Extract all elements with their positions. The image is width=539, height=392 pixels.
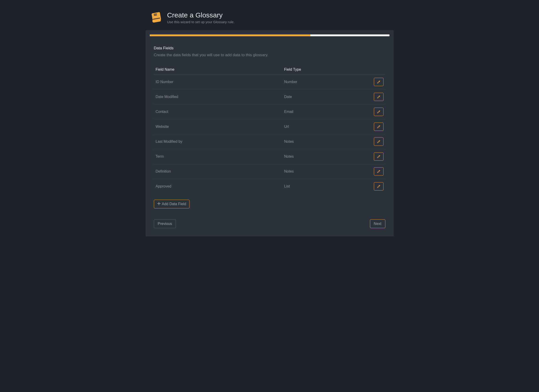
fields-table: Field Name Field Type ID NumberNumberDat…	[154, 65, 385, 194]
field-name-cell: Contact	[154, 104, 283, 119]
edit-icon	[377, 80, 380, 84]
page-title: Create a Glossary	[167, 11, 235, 19]
edit-icon	[377, 110, 380, 113]
plus-icon	[157, 202, 160, 206]
field-name-cell: Term	[154, 149, 283, 164]
field-type-cell: Notes	[282, 164, 369, 179]
col-header-name: Field Name	[154, 65, 283, 75]
edit-field-button[interactable]	[374, 182, 384, 190]
next-button[interactable]: Next	[370, 219, 385, 228]
edit-field-button[interactable]	[374, 123, 384, 131]
edit-icon	[377, 140, 380, 143]
edit-field-button[interactable]	[374, 108, 384, 116]
add-data-field-button[interactable]: Add Data Field	[154, 200, 190, 208]
wizard-header: Create a Glossary Use this wizard to set…	[146, 11, 394, 24]
table-row: ContactEmail	[154, 104, 385, 119]
edit-field-button[interactable]	[374, 78, 384, 86]
field-type-cell: Number	[282, 75, 369, 90]
edit-icon	[377, 125, 380, 128]
table-row: ApprovedList	[154, 179, 385, 194]
wizard-panel: Data Fields Create the data fields that …	[146, 30, 394, 236]
field-name-cell: Approved	[154, 179, 283, 194]
table-row: TermNotes	[154, 149, 385, 164]
col-header-type: Field Type	[282, 65, 369, 75]
field-name-cell: ID Number	[154, 75, 283, 90]
progress-track	[150, 34, 390, 36]
edit-field-button[interactable]	[374, 152, 384, 161]
field-name-cell: Date Modified	[154, 90, 283, 104]
col-header-actions	[369, 65, 385, 75]
progress-bar	[150, 34, 310, 36]
book-icon	[150, 11, 163, 24]
table-row: WebsiteUrl	[154, 119, 385, 134]
field-name-cell: Definition	[154, 164, 283, 179]
edit-icon	[377, 155, 380, 158]
edit-field-button[interactable]	[374, 137, 384, 146]
field-type-cell: Notes	[282, 134, 369, 149]
edit-icon	[377, 170, 380, 173]
field-type-cell: List	[282, 179, 369, 194]
add-data-field-label: Add Data Field	[162, 202, 186, 206]
field-name-cell: Last Modified by	[154, 134, 283, 149]
table-row: ID NumberNumber	[154, 75, 385, 90]
edit-field-button[interactable]	[374, 93, 384, 101]
previous-button[interactable]: Previous	[154, 219, 176, 228]
table-row: Last Modified byNotes	[154, 134, 385, 149]
section-title: Data Fields	[154, 46, 385, 51]
edit-icon	[377, 95, 380, 99]
section-subtitle: Create the data fields that you will use…	[154, 53, 385, 57]
table-row: DefinitionNotes	[154, 164, 385, 179]
edit-icon	[377, 184, 380, 188]
field-type-cell: Notes	[282, 149, 369, 164]
field-type-cell: Email	[282, 104, 369, 119]
field-name-cell: Website	[154, 119, 283, 134]
edit-field-button[interactable]	[374, 167, 384, 175]
field-type-cell: Date	[282, 90, 369, 104]
field-type-cell: Url	[282, 119, 369, 134]
page-subtitle: Use this wizard to set up your Glossary …	[167, 20, 235, 24]
table-row: Date ModifiedDate	[154, 90, 385, 104]
